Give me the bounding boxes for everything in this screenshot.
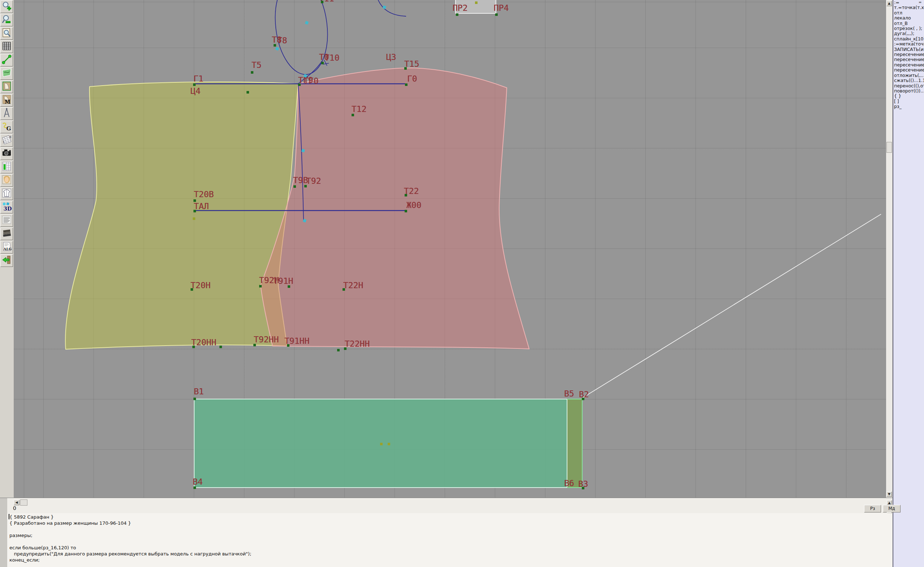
g-sketch-button[interactable]: G — [0, 120, 13, 133]
mini-scroll-up-button[interactable]: ▲ — [887, 500, 892, 505]
point-marker — [294, 185, 296, 188]
cad-label: Т92НН — [254, 335, 279, 344]
point-marker — [246, 91, 249, 93]
panel-command-item[interactable]: пересечение — [893, 62, 924, 68]
alg-doc-icon: ALG — [2, 241, 12, 253]
panel-command-item[interactable]: отрезок( , ); — [893, 26, 924, 31]
zoom-in-button[interactable] — [0, 0, 13, 13]
scroll-left-button[interactable]: ◀ — [14, 500, 20, 505]
exit-button[interactable] — [0, 254, 13, 267]
grid-button[interactable] — [0, 41, 13, 53]
panel-command-item[interactable]: :=метка(точк — [893, 42, 924, 47]
panel-command-item[interactable]: [ ] — [893, 99, 924, 104]
point-marker — [194, 210, 196, 212]
panel-command-item[interactable]: сжать(()...1.1 — [893, 78, 924, 83]
pattern-m-button[interactable]: M — [0, 94, 13, 107]
bottom-panel: ◀ 0 Рз Мд ▲ ▼ { 5892 Сарафан }{ Разработ… — [0, 498, 892, 567]
panel-command-item[interactable]: пересечение — [893, 57, 924, 62]
hscroll-thumb[interactable] — [20, 499, 27, 505]
cad-label: Т5 — [252, 61, 262, 69]
panel-command-item[interactable]: отл — [893, 11, 924, 15]
md-button[interactable]: Мд — [883, 505, 900, 513]
code-line: конец_если; — [9, 557, 40, 563]
cad-label: В4 — [193, 477, 203, 486]
table-tilted-icon: 78 — [2, 134, 12, 146]
cad-label: Г1 — [194, 74, 204, 83]
scroll-down-button[interactable]: ▼ — [886, 492, 892, 497]
cad-label: В1 — [194, 387, 204, 396]
olive-point-marker — [475, 2, 477, 4]
portrait-button[interactable] — [0, 174, 13, 187]
application-window: MG783DALG — [0, 0, 924, 567]
rz-button[interactable]: Рз — [864, 505, 881, 513]
compass-button[interactable] — [0, 107, 13, 120]
panel-command-item[interactable]: дуга(,,,); — [893, 31, 924, 36]
panel-command-item[interactable]: отл_В — [893, 21, 924, 26]
measure-line-icon — [2, 54, 12, 66]
belt-overlap-strip — [567, 399, 582, 487]
cad-label: Т91Н — [273, 277, 293, 285]
command-panel: = :=т.=точка(т.х,;отллекалоотл_Вотрезок(… — [892, 0, 924, 567]
panel-command-item[interactable]: лекало — [893, 15, 924, 21]
code-line: { 5892 Сарафан } — [9, 514, 54, 520]
cad-label: ТГ0 — [303, 77, 319, 85]
point-marker — [495, 14, 498, 16]
text-doc-button[interactable] — [0, 214, 13, 227]
panel-command-item[interactable]: поворот(())..." — [893, 89, 924, 93]
panel-command-item[interactable]: перенос((),от — [893, 83, 924, 89]
point-marker — [351, 114, 354, 116]
garment-button[interactable] — [0, 187, 13, 200]
view-3d-button[interactable]: 3D — [0, 201, 13, 214]
svg-text:3D: 3D — [4, 206, 12, 212]
panel-command-item[interactable]: отложить(,...); — [893, 73, 924, 78]
panel-command-item[interactable]: пересечение — [893, 68, 924, 72]
pattern-piece-button[interactable] — [0, 81, 13, 93]
panel-grip-icon[interactable]: = — [919, 1, 923, 5]
scroll-up-button[interactable]: ▲ — [886, 1, 892, 6]
bottom-left-margin — [0, 498, 7, 567]
panel-command-item[interactable]: т.=точка(т.х,; — [893, 5, 924, 10]
camera-button[interactable] — [0, 147, 13, 160]
panel-command-item[interactable]: { } — [893, 93, 924, 99]
exit-icon — [2, 255, 12, 266]
point-marker — [342, 288, 345, 291]
point-marker — [404, 67, 407, 70]
text-doc-icon — [2, 215, 12, 226]
cad-label: Т12 — [351, 105, 367, 113]
panel-command-item[interactable]: рз_ — [893, 104, 924, 109]
point-marker — [337, 349, 340, 351]
panel-command-item[interactable]: сплайн_к[10] — [893, 36, 924, 42]
alg-doc-button[interactable]: ALG — [0, 241, 13, 254]
drawing-canvas[interactable]: ПР2ПР4Т11Т8Т8Т5Т0Т10Ц3Т15Г1Ц4ТГ9ТГ0Г0Т12… — [14, 0, 886, 498]
cad-label: ПР2 — [453, 4, 468, 12]
cad-label: Т22НН — [345, 340, 370, 348]
pattern-piece-front[interactable] — [261, 68, 529, 349]
zoom-preview-icon — [2, 27, 12, 39]
canvas-vertical-scrollbar[interactable]: ▲ ▼ — [886, 0, 892, 498]
point-marker — [192, 346, 195, 348]
point-marker — [194, 199, 196, 202]
cad-label: Ц3 — [386, 53, 396, 62]
code-editor[interactable]: { 5892 Сарафан }{ Разработано на размер … — [7, 513, 892, 567]
zoom-preview-button[interactable] — [0, 27, 13, 40]
measure-line-button[interactable] — [0, 54, 13, 66]
spreadsheet-button[interactable] — [0, 161, 13, 173]
code-line: если больше(рз_16,120) то — [9, 544, 76, 551]
cad-label: Т20Н — [190, 281, 210, 290]
spreadsheet-icon — [2, 161, 12, 173]
svg-text:ALG: ALG — [3, 247, 12, 251]
panel-command-item[interactable]: ЗАПИСАТЬ(и — [893, 47, 924, 52]
scroll-thumb[interactable] — [886, 142, 892, 153]
book-stack-button[interactable] — [0, 227, 13, 240]
map-sheet-button[interactable] — [0, 67, 13, 80]
panel-command-item[interactable]: пересечение — [893, 52, 924, 57]
status-zero: 0 — [13, 505, 16, 511]
point-marker — [405, 83, 408, 86]
table-tilted-button[interactable]: 78 — [0, 134, 13, 147]
portrait-icon — [2, 174, 12, 186]
svg-text:M: M — [5, 99, 10, 105]
cad-label: Т22Н — [343, 281, 363, 290]
pattern-piece-back[interactable] — [65, 82, 298, 349]
svg-text:8: 8 — [9, 135, 11, 139]
zoom-out-button[interactable] — [0, 14, 13, 26]
